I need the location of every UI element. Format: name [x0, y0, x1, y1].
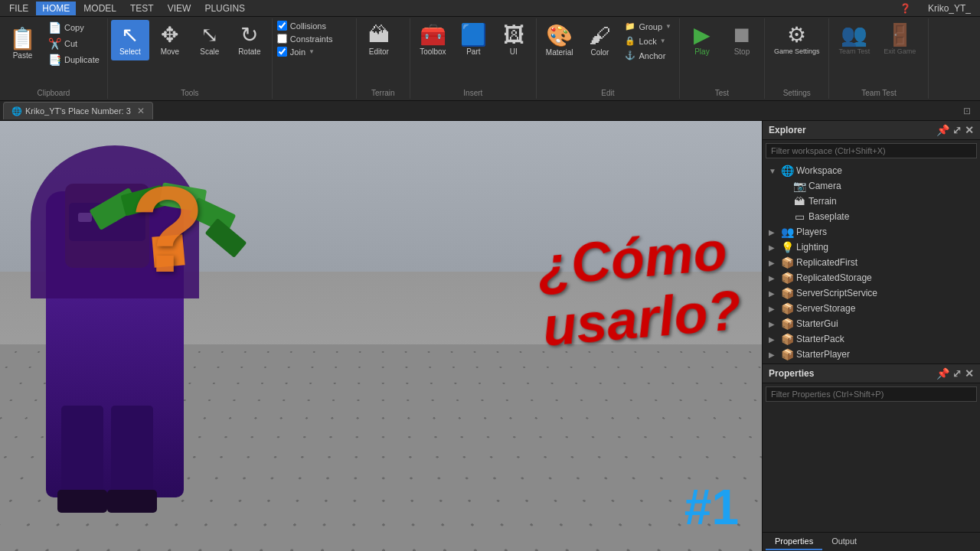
menu-test[interactable]: TEST: [124, 2, 160, 15]
join-checkbox-row[interactable]: Join ▼: [276, 46, 316, 57]
explorer-close-icon[interactable]: ✕: [965, 124, 974, 136]
lock-dropdown[interactable]: ▼: [660, 37, 666, 44]
copy-icon: 📄: [48, 21, 61, 34]
tab-icon: 🌐: [11, 106, 22, 116]
constraints-checkbox-row[interactable]: Constraints: [276, 33, 335, 44]
exit-game-button[interactable]: 🚪 Exit Game: [877, 20, 922, 60]
color-button[interactable]: 🖌 Color: [580, 21, 619, 61]
terrain-icon: 🏔: [793, 195, 805, 207]
constraints-label: Constraints: [290, 34, 333, 44]
menu-view[interactable]: VIEW: [162, 2, 198, 15]
duplicate-button[interactable]: 📑 Duplicate: [44, 52, 104, 67]
output-tab[interactable]: Output: [822, 533, 866, 550]
starter-pack-icon: 📦: [781, 333, 793, 345]
edit-label: Edit: [540, 89, 676, 97]
group-icon: 📁: [625, 21, 635, 31]
play-button[interactable]: ▶ Play: [683, 20, 721, 60]
team-test-label: Team Test: [832, 89, 925, 97]
editor-button[interactable]: 🏔 Editor: [360, 20, 398, 60]
explorer-filter-input[interactable]: [766, 143, 977, 158]
right-panel: Explorer 📌 ⤢ ✕ ▼ 🌐 Workspace 📷: [762, 121, 980, 551]
starter-gui-arrow: ▶: [769, 320, 778, 328]
collisions-checkbox[interactable]: [277, 21, 287, 31]
copy-button[interactable]: 📄 Copy: [44, 20, 104, 35]
paste-button[interactable]: 📋 Paste: [3, 24, 42, 64]
game-settings-icon: ⚙: [787, 24, 806, 46]
lighting-icon: 💡: [781, 241, 793, 253]
workspace-arrow: ▼: [769, 167, 778, 175]
rotate-button[interactable]: ↻ Rotate: [230, 20, 269, 60]
properties-close-icon[interactable]: ✕: [965, 367, 974, 380]
team-test-button[interactable]: 👥 Team Test: [832, 20, 876, 60]
properties-filter-input[interactable]: [766, 386, 977, 402]
properties-popout-icon[interactable]: ⤢: [952, 367, 962, 380]
tree-starter-gui[interactable]: ▶ 📦 StarterGui: [763, 316, 980, 331]
starter-player-arrow: ▶: [769, 350, 778, 359]
select-button[interactable]: ↖ Select: [111, 20, 149, 60]
material-button[interactable]: 🎨 Material: [540, 21, 580, 61]
material-icon: 🎨: [546, 25, 573, 47]
properties-tab[interactable]: Properties: [766, 533, 822, 550]
tree-terrain[interactable]: 🏔 Terrain: [763, 194, 980, 209]
group-button[interactable]: 📁 Group ▼: [620, 20, 676, 33]
join-dropdown-arrow[interactable]: ▼: [309, 48, 315, 55]
tree-players[interactable]: ▶ 👥 Players: [763, 224, 980, 240]
anchor-button[interactable]: ⚓ Anchor: [620, 49, 676, 62]
cut-button[interactable]: ✂️ Cut: [44, 36, 104, 51]
scale-button[interactable]: ⤡ Scale: [191, 20, 229, 60]
explorer-title: Explorer: [769, 125, 806, 135]
tree-server-script[interactable]: ▶ 📦 ServerScriptService: [763, 285, 980, 301]
lock-button[interactable]: 🔒 Lock ▼: [620, 34, 676, 47]
explorer-popout-icon[interactable]: ⤢: [952, 124, 962, 136]
tree-starter-player[interactable]: ▶ 📦 StarterPlayer: [763, 347, 980, 362]
join-checkbox[interactable]: [277, 47, 287, 57]
tree-starter-pack[interactable]: ▶ 📦 StarterPack: [763, 331, 980, 347]
constraints-checkbox[interactable]: [277, 34, 287, 44]
toolbar-tools: ↖ Select ✥ Move ⤡ Scale ↻ Rotate Tools: [108, 18, 273, 99]
rep-first-arrow: ▶: [769, 259, 778, 267]
tab-label: Kriko_YT's Place Number: 3: [25, 106, 131, 116]
players-arrow: ▶: [769, 228, 778, 236]
tree-camera[interactable]: 📷 Camera: [763, 178, 980, 194]
menu-home[interactable]: HOME: [36, 2, 76, 15]
lock-icon: 🔒: [625, 36, 635, 46]
server-script-label: ServerScriptService: [796, 288, 877, 298]
part-button[interactable]: 🟦 Part: [454, 20, 493, 60]
explorer-panel: Explorer 📌 ⤢ ✕ ▼ 🌐 Workspace 📷: [763, 121, 980, 364]
part-icon: 🟦: [460, 24, 487, 46]
menu-plugins[interactable]: PLUGINS: [198, 2, 251, 15]
tree-replicated-storage[interactable]: ▶ 📦 ReplicatedStorage: [763, 270, 980, 285]
server-script-arrow: ▶: [769, 289, 778, 298]
terrain-label: Terrain: [360, 89, 407, 97]
menu-file[interactable]: FILE: [3, 2, 34, 15]
bottom-panel: Properties Output: [763, 532, 980, 551]
clipboard-label: Clipboard: [3, 89, 104, 97]
viewport[interactable]: ? ¿Cómo usarlo? #1: [0, 121, 762, 551]
tree-lighting[interactable]: ▶ 💡 Lighting: [763, 240, 980, 255]
move-button[interactable]: ✥ Move: [151, 20, 189, 60]
workspace-icon: 🌐: [781, 165, 793, 177]
tree-baseplate[interactable]: ▭ Baseplate: [763, 209, 980, 224]
properties-pin-icon[interactable]: 📌: [936, 367, 949, 380]
rep-first-icon: 📦: [781, 256, 793, 269]
toolbar-collisions: Collisions Constraints Join ▼: [273, 18, 357, 99]
exit-game-icon: 🚪: [887, 24, 913, 46]
stop-button[interactable]: ⏹ Stop: [723, 20, 761, 60]
maximize-icon[interactable]: ⊡: [957, 106, 977, 116]
explorer-pin-icon[interactable]: 📌: [936, 124, 949, 136]
editor-tab[interactable]: 🌐 Kriko_YT's Place Number: 3 ✕: [3, 102, 153, 119]
ui-button[interactable]: 🖼 UI: [495, 20, 533, 60]
menubar: FILE HOME MODEL TEST VIEW PLUGINS ❓ Krik…: [0, 0, 980, 17]
help-icon[interactable]: ❓: [893, 2, 917, 15]
collisions-checkbox-row[interactable]: Collisions: [276, 20, 328, 31]
tree-replicated-first[interactable]: ▶ 📦 ReplicatedFirst: [763, 255, 980, 270]
game-settings-button[interactable]: ⚙ Game Settings: [768, 20, 826, 60]
toolbox-button[interactable]: 🧰 Toolbox: [413, 20, 452, 60]
tab-close-button[interactable]: ✕: [137, 106, 145, 116]
paste-icon: 📋: [9, 28, 36, 50]
tree-workspace[interactable]: ▼ 🌐 Workspace: [763, 163, 980, 178]
toolbar-clipboard: 📋 Paste 📄 Copy ✂️ Cut 📑 Duplicate Clipbo…: [0, 18, 108, 99]
group-dropdown[interactable]: ▼: [665, 23, 671, 30]
tree-server-storage[interactable]: ▶ 📦 ServerStorage: [763, 301, 980, 316]
menu-model[interactable]: MODEL: [77, 2, 122, 15]
